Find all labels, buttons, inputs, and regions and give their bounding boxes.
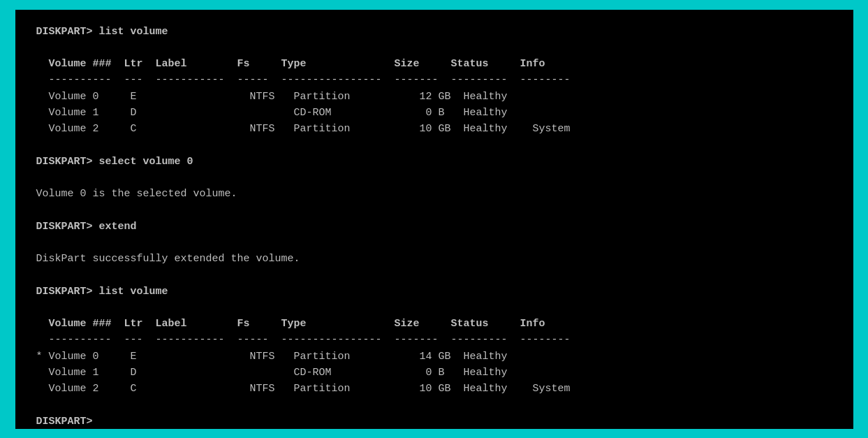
output-line-2: DiskPart successfully extended the volum… (36, 251, 832, 267)
blank-8 (36, 397, 832, 413)
table-row-vol0-2: * Volume 0 E NTFS Partition 14 GB Health… (36, 349, 832, 365)
command-line-2: DISKPART> select volume 0 (36, 154, 832, 170)
terminal-window[interactable]: DISKPART> list volume Volume ### Ltr Lab… (15, 10, 853, 429)
command-line-1: DISKPART> list volume (36, 24, 832, 40)
table-header-2: Volume ### Ltr Label Fs Type Size Status… (36, 316, 832, 332)
table-row-vol0-1: Volume 0 E NTFS Partition 12 GB Healthy (36, 89, 832, 105)
output-line-1: Volume 0 is the selected volume. (36, 186, 832, 202)
blank-7 (36, 300, 832, 316)
table-row-vol2-2: Volume 2 C NTFS Partition 10 GB Healthy … (36, 381, 832, 397)
table-separator-2: ---------- --- ----------- ----- -------… (36, 332, 832, 348)
table-row-vol2-1: Volume 2 C NTFS Partition 10 GB Healthy … (36, 121, 832, 137)
blank-6 (36, 267, 832, 283)
blank-4 (36, 202, 832, 218)
table-header-1: Volume ### Ltr Label Fs Type Size Status… (36, 56, 832, 72)
table-row-vol1-1: Volume 1 D CD-ROM 0 B Healthy (36, 105, 832, 121)
blank-5 (36, 235, 832, 251)
command-line-4: DISKPART> list volume (36, 284, 832, 300)
command-line-3: DISKPART> extend (36, 219, 832, 235)
blank-2 (36, 137, 832, 153)
command-line-5: DISKPART> (36, 414, 832, 429)
blank-3 (36, 170, 832, 186)
table-row-vol1-2: Volume 1 D CD-ROM 0 B Healthy (36, 365, 832, 381)
table-separator-1: ---------- --- ----------- ----- -------… (36, 72, 832, 88)
blank-1 (36, 40, 832, 56)
